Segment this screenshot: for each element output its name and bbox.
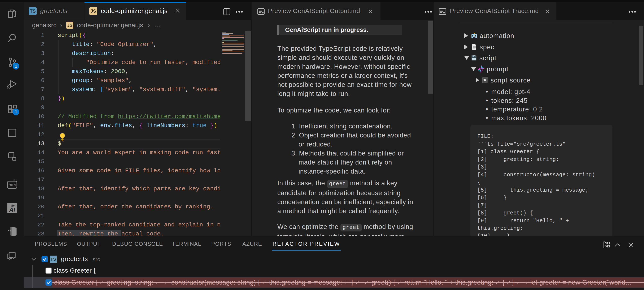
svg-text:/API: /API xyxy=(8,183,16,187)
svg-text:AI: AI xyxy=(9,206,15,213)
